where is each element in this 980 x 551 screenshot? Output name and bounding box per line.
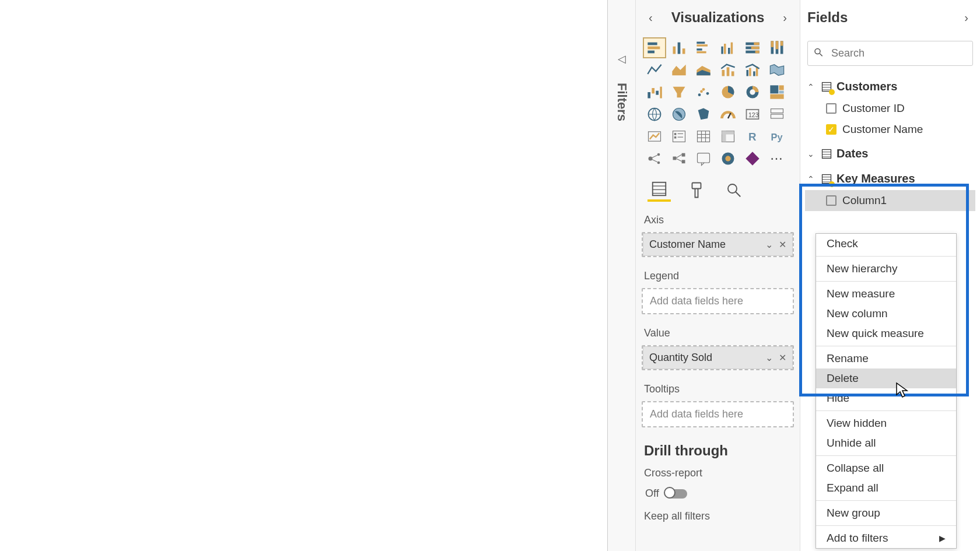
value-well[interactable]: Quantity Sold ⌄ ✕ bbox=[642, 345, 794, 370]
viz-area-chart-icon[interactable] bbox=[667, 59, 691, 80]
viz-powerapps-icon[interactable] bbox=[741, 148, 764, 169]
viz-waterfall-icon[interactable] bbox=[643, 82, 666, 103]
fields-tab-icon[interactable] bbox=[648, 178, 671, 202]
viz-ribbon-icon[interactable] bbox=[765, 59, 789, 80]
viz-scatter-icon[interactable] bbox=[692, 82, 715, 103]
viz-qa-icon[interactable] bbox=[692, 148, 715, 169]
checkbox-icon[interactable] bbox=[826, 103, 836, 114]
menu-rename[interactable]: Rename bbox=[816, 349, 956, 368]
visualizations-title: Visualizations bbox=[671, 9, 765, 26]
viz-map-icon[interactable] bbox=[643, 104, 666, 125]
well-tabs bbox=[642, 175, 794, 206]
menu-new-group[interactable]: New group bbox=[816, 503, 956, 523]
menu-add-to-filters[interactable]: Add to filters ▶ bbox=[816, 528, 956, 548]
viz-stacked-column-icon[interactable] bbox=[667, 37, 691, 58]
viz-gauge-icon[interactable] bbox=[716, 104, 740, 125]
svg-rect-19 bbox=[755, 51, 760, 54]
legend-label: Legend bbox=[642, 262, 794, 286]
visualization-gallery: 123 R Py bbox=[642, 35, 794, 175]
svg-point-91 bbox=[815, 48, 820, 54]
field-customer-id[interactable]: Customer ID bbox=[805, 98, 975, 119]
chevron-up-icon[interactable]: ⌃ bbox=[807, 82, 817, 92]
checkbox-icon[interactable] bbox=[826, 195, 836, 206]
chevron-left-icon[interactable]: ‹ bbox=[644, 9, 657, 27]
viz-donut-icon[interactable] bbox=[741, 82, 764, 103]
chevron-down-icon[interactable]: ⌄ bbox=[765, 352, 773, 363]
value-field-pill[interactable]: Quantity Sold ⌄ ✕ bbox=[643, 346, 793, 369]
menu-collapse-all[interactable]: Collapse all bbox=[816, 458, 956, 478]
axis-label: Axis bbox=[642, 206, 794, 230]
legend-well[interactable]: Add data fields here bbox=[642, 288, 794, 314]
viz-decomposition-tree-icon[interactable] bbox=[667, 148, 691, 169]
viz-python-visual-icon[interactable]: Py bbox=[765, 126, 789, 147]
format-tab-icon[interactable] bbox=[685, 178, 708, 202]
menu-hide[interactable]: Hide bbox=[816, 388, 956, 408]
axis-field-pill[interactable]: Customer Name ⌄ ✕ bbox=[643, 233, 793, 256]
chevron-down-icon[interactable]: ⌄ bbox=[807, 149, 817, 159]
viz-treemap-icon[interactable] bbox=[765, 82, 789, 103]
svg-rect-53 bbox=[771, 109, 783, 113]
table-icon bbox=[820, 173, 833, 185]
chevron-up-icon[interactable]: ⌃ bbox=[807, 174, 817, 184]
svg-rect-13 bbox=[731, 43, 733, 54]
expand-filters-icon[interactable]: ◁ bbox=[618, 52, 626, 65]
viz-stacked-area-icon[interactable] bbox=[692, 59, 715, 80]
chevron-right-icon[interactable]: › bbox=[960, 9, 973, 27]
analytics-tab-icon[interactable] bbox=[722, 178, 746, 202]
viz-stacked-bar-icon[interactable] bbox=[643, 37, 666, 58]
menu-new-column[interactable]: New column bbox=[816, 304, 956, 324]
filters-pane-collapsed[interactable]: ◁ Filters bbox=[608, 0, 636, 551]
checkbox-checked-icon[interactable]: ✓ bbox=[826, 124, 836, 135]
table-header-customers[interactable]: ⌃ Customers bbox=[805, 75, 975, 98]
viz-matrix-icon[interactable] bbox=[716, 126, 740, 147]
table-header-key-measures[interactable]: ⌃ Key Measures bbox=[805, 167, 975, 190]
field-customer-name[interactable]: ✓ Customer Name bbox=[805, 119, 975, 140]
chevron-down-icon[interactable]: ⌄ bbox=[765, 239, 773, 250]
remove-field-icon[interactable]: ✕ bbox=[779, 239, 786, 250]
remove-field-icon[interactable]: ✕ bbox=[779, 352, 786, 363]
viz-clustered-bar-icon[interactable] bbox=[692, 37, 715, 58]
viz-kpi-icon[interactable] bbox=[643, 126, 666, 147]
viz-r-visual-icon[interactable]: R bbox=[741, 126, 764, 147]
viz-line-chart-icon[interactable] bbox=[643, 59, 666, 80]
viz-funnel-icon[interactable] bbox=[667, 82, 691, 103]
viz-table-icon[interactable] bbox=[692, 126, 715, 147]
fields-search[interactable] bbox=[807, 41, 973, 66]
cross-report-toggle[interactable]: Off bbox=[642, 483, 794, 504]
viz-line-clustered-column-icon[interactable] bbox=[741, 59, 764, 80]
report-canvas[interactable] bbox=[0, 0, 608, 551]
viz-slicer-icon[interactable] bbox=[667, 126, 691, 147]
svg-rect-7 bbox=[696, 44, 708, 47]
viz-pie-icon[interactable] bbox=[716, 82, 740, 103]
field-column1[interactable]: Column1 bbox=[805, 190, 975, 211]
viz-more-icon[interactable]: ⋯ bbox=[765, 148, 789, 169]
svg-rect-26 bbox=[722, 70, 725, 76]
viz-100-stacked-bar-icon[interactable] bbox=[741, 37, 764, 58]
viz-arcgis-icon[interactable] bbox=[716, 148, 740, 169]
menu-check[interactable]: Check bbox=[816, 234, 956, 254]
viz-multirow-card-icon[interactable] bbox=[765, 104, 789, 125]
menu-view-hidden[interactable]: View hidden bbox=[816, 413, 956, 433]
menu-expand-all[interactable]: Expand all bbox=[816, 478, 956, 498]
viz-card-icon[interactable]: 123 bbox=[741, 104, 764, 125]
svg-point-72 bbox=[657, 153, 660, 156]
viz-clustered-column-icon[interactable] bbox=[716, 37, 740, 58]
viz-filled-map-icon[interactable] bbox=[667, 104, 691, 125]
viz-line-stacked-column-icon[interactable] bbox=[716, 59, 740, 80]
menu-delete[interactable]: Delete bbox=[816, 368, 956, 388]
visualizations-pane: ‹ Visualizations › bbox=[636, 0, 800, 551]
search-input[interactable] bbox=[807, 41, 973, 66]
menu-new-measure[interactable]: New measure bbox=[816, 284, 956, 304]
viz-key-influencers-icon[interactable] bbox=[643, 148, 666, 169]
viz-100-stacked-column-icon[interactable] bbox=[765, 37, 789, 58]
viz-shape-map-icon[interactable] bbox=[692, 104, 715, 125]
menu-unhide-all[interactable]: Unhide all bbox=[816, 433, 956, 453]
menu-new-quick-measure[interactable]: New quick measure bbox=[816, 324, 956, 343]
tooltips-well[interactable]: Add data fields here bbox=[642, 401, 794, 427]
svg-rect-1 bbox=[648, 47, 660, 50]
axis-well[interactable]: Customer Name ⌄ ✕ bbox=[642, 232, 794, 257]
toggle-off-icon[interactable] bbox=[665, 489, 687, 499]
menu-new-hierarchy[interactable]: New hierarchy bbox=[816, 259, 956, 279]
table-header-dates[interactable]: ⌄ Dates bbox=[805, 142, 975, 165]
chevron-right-icon[interactable]: › bbox=[778, 9, 792, 27]
